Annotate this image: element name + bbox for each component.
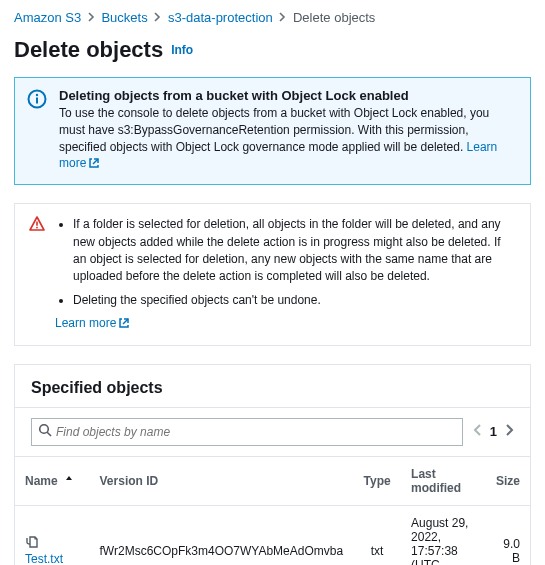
info-icon — [27, 97, 47, 112]
learn-more-link[interactable]: Learn more — [55, 316, 130, 330]
col-header-name[interactable]: Name — [15, 456, 90, 505]
breadcrumb-sep — [279, 10, 286, 25]
page-title-row: Delete objects Info — [0, 31, 545, 77]
breadcrumb: Amazon S3 Buckets s3-data-protection Del… — [0, 0, 545, 31]
breadcrumb-current: Delete objects — [293, 10, 375, 25]
cell-size: 9.0 B — [484, 505, 530, 565]
warning-card: If a folder is selected for deletion, al… — [14, 203, 531, 345]
col-header-modified[interactable]: Last modified — [401, 456, 484, 505]
breadcrumb-link-bucket[interactable]: s3-data-protection — [168, 10, 273, 25]
pager: 1 — [473, 423, 514, 440]
col-header-type[interactable]: Type — [353, 456, 401, 505]
warning-bullet: If a folder is selected for deletion, al… — [73, 216, 516, 286]
sort-asc-icon — [65, 474, 73, 488]
svg-rect-4 — [36, 227, 38, 229]
external-link-icon — [88, 157, 100, 174]
banner-body: To use the console to delete objects fro… — [59, 105, 518, 174]
cell-modified: August 29, 2022, 17:57:38 (UTC-04:00) — [401, 505, 484, 565]
search-input[interactable] — [52, 422, 456, 442]
info-link[interactable]: Info — [171, 43, 193, 57]
cell-version: fWr2Msc6COpFk3m4OO7WYAbMeAdOmvba — [90, 505, 354, 565]
page-title: Delete objects — [14, 37, 163, 63]
warning-icon — [29, 221, 45, 235]
search-icon — [38, 423, 52, 440]
svg-rect-3 — [36, 222, 38, 226]
objects-table: Name Version ID Type Last modified Size … — [15, 456, 530, 565]
warning-bullet: Deleting the specified objects can't be … — [73, 292, 516, 309]
svg-point-5 — [40, 425, 49, 434]
object-lock-info-banner: Deleting objects from a bucket with Obje… — [14, 77, 531, 185]
cell-type: txt — [353, 505, 401, 565]
search-box[interactable] — [31, 418, 463, 446]
pager-page: 1 — [490, 424, 497, 439]
svg-line-6 — [47, 432, 51, 436]
svg-rect-2 — [36, 98, 38, 104]
pager-next[interactable] — [505, 423, 514, 440]
external-link-icon — [118, 317, 130, 334]
object-name-link[interactable]: Test.txt — [25, 552, 63, 565]
table-row: Test.txt fWr2Msc6COpFk3m4OO7WYAbMeAdOmvb… — [15, 505, 530, 565]
specified-objects-title: Specified objects — [15, 365, 530, 408]
col-header-version[interactable]: Version ID — [90, 456, 354, 505]
file-icon — [25, 538, 39, 552]
breadcrumb-link-s3[interactable]: Amazon S3 — [14, 10, 81, 25]
svg-point-1 — [36, 94, 38, 96]
pager-prev[interactable] — [473, 423, 482, 440]
breadcrumb-link-buckets[interactable]: Buckets — [101, 10, 147, 25]
breadcrumb-sep — [88, 10, 95, 25]
breadcrumb-sep — [154, 10, 161, 25]
banner-title: Deleting objects from a bucket with Obje… — [59, 88, 518, 103]
col-header-size[interactable]: Size — [484, 456, 530, 505]
specified-objects-card: Specified objects 1 Name — [14, 364, 531, 565]
